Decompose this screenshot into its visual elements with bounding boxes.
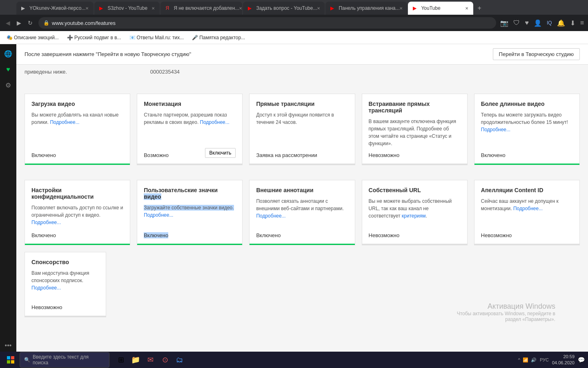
card-monetization-title: Монетизация	[144, 101, 236, 107]
card-content-id-link[interactable]: Подробнее...	[513, 206, 543, 211]
iq-icon[interactable]: IQ	[546, 19, 553, 27]
main-content: После завершения нажмите "Перейти в нову…	[16, 44, 588, 355]
partial-count: 0000235434	[150, 69, 180, 75]
studio-button[interactable]: Перейти в Творческую студию	[493, 48, 580, 60]
card-monetization: Монетизация Станьте партнером, разрешив …	[137, 94, 243, 165]
bookmark-4[interactable]: 🎤 Памятка редактор...	[189, 34, 248, 41]
bookmark-1[interactable]: 🎭 Описание эмоций...	[3, 34, 62, 41]
card-sponsorship-status: Невозможно	[31, 304, 99, 310]
bookmark-3[interactable]: 📧 Ответы Mail.ru: тих...	[126, 34, 187, 41]
tab-2[interactable]: ▶ S3zhov - YouTube ✕	[94, 2, 160, 15]
tab-close-2[interactable]: ✕	[151, 6, 155, 11]
taskbar-language[interactable]: РУС	[540, 357, 549, 362]
svg-rect-3	[11, 360, 14, 364]
shield-icon[interactable]: 🛡	[512, 18, 521, 27]
back-button[interactable]: ◀	[3, 18, 13, 28]
card-privacy-link[interactable]: Подробнее...	[31, 220, 61, 225]
bookmark-label-4: Памятка редактор...	[199, 35, 245, 40]
tab-3[interactable]: Я Я не включается добавлен... ✕	[160, 2, 242, 15]
forward-button[interactable]: ▶	[14, 18, 24, 28]
card-content-id: Апелляции Content ID Сейчас ваш аккаунт …	[474, 180, 580, 245]
card-privacy: Настройки конфиденциальности Позволяет в…	[24, 180, 130, 245]
taskbar-folder[interactable]: 📁	[129, 353, 142, 366]
notification-icon[interactable]: 🔔	[556, 18, 566, 28]
card-long-videos-link[interactable]: Подробнее...	[481, 127, 510, 132]
card-long-videos-status: Включено	[481, 152, 573, 158]
taskbar-network-icon[interactable]: 📶	[523, 357, 528, 363]
tab-favicon-5: ▶	[330, 5, 336, 11]
tab-1[interactable]: ▶ YOkunev-Живой-персо... ✕	[16, 2, 94, 15]
tab-close-1[interactable]: ✕	[85, 6, 89, 11]
taskbar-sys-icons: ^ 📶 🔊	[518, 357, 537, 363]
card-thumbnails-status-highlight: Включено	[144, 232, 168, 238]
card-thumbnails-link[interactable]: Подробнее...	[144, 212, 173, 218]
bookmark-2[interactable]: ➕ Русский подвиг в в...	[64, 34, 125, 41]
new-tab-button[interactable]: +	[474, 2, 484, 15]
cards-row-2: Настройки конфиденциальности Позволяет в…	[16, 172, 588, 245]
tab-close-4[interactable]: ✕	[317, 6, 320, 11]
left-sidebar: 🌐 ♥ ⚙ •••	[0, 44, 16, 355]
tab-label-4: Задать вопрос - YouTube...	[256, 5, 317, 11]
card-embed-live-status: Невозможно	[369, 152, 461, 158]
card-sponsorship: Спонсорство Вам недоступна функция спонс…	[24, 252, 106, 317]
card-custom-url-status: Невозможно	[369, 232, 461, 238]
tab-bar: ▶ YOkunev-Живой-персо... ✕ ▶ S3zhov - Yo…	[0, 0, 588, 15]
tab-favicon-4: ▶	[248, 5, 254, 11]
taskbar-task-view[interactable]: ⊞	[114, 353, 127, 366]
nav-icons: 📷 🛡 ♥ 👤 IQ 🔔 ⬇ ≡	[499, 18, 585, 28]
partial-content: приведены ниже. 0000235434	[16, 65, 588, 79]
taskbar-browser[interactable]: 🗂	[173, 353, 186, 366]
tab-6[interactable]: ▶ YouTube ✕	[408, 2, 473, 15]
card-monetization-status: Возможно	[144, 152, 169, 158]
card-sponsorship-link[interactable]: Подробнее...	[31, 285, 61, 291]
card-thumbnails-status: Включено	[144, 232, 236, 238]
taskbar-opera[interactable]: ⊙	[158, 353, 172, 366]
card-monetization-status-row: Возможно Включить	[144, 147, 236, 158]
profile-icon[interactable]: 👤	[533, 18, 543, 28]
sidebar-heart-icon[interactable]: ♥	[4, 63, 13, 76]
tab-close-6[interactable]: ✕	[465, 6, 468, 11]
camera-icon[interactable]: 📷	[499, 18, 509, 28]
card-privacy-desc: Позволяет включать доступ по ссылке и ог…	[31, 204, 123, 227]
card-thumbnails-title-highlight: видео	[144, 193, 161, 200]
tab-close-3[interactable]: ✕	[239, 6, 242, 11]
card-thumbnails-title: Пользовательские значки видео	[144, 187, 236, 200]
card-monetization-link[interactable]: Подробнее...	[200, 119, 229, 125]
taskbar-time-value: 20:59	[552, 354, 575, 360]
svg-rect-1	[11, 356, 14, 359]
card-upload-desc: Вы можете добавлять на канал новые ролик…	[31, 111, 123, 147]
taskbar-mail[interactable]: ✉	[144, 353, 157, 366]
address-bar[interactable]: 🔒 www.youtube.com/features	[38, 17, 496, 29]
card-annotations-link[interactable]: Подробнее...	[256, 213, 285, 219]
taskbar-notifications-icon[interactable]: 💬	[578, 357, 585, 363]
tab-close-5[interactable]: ✕	[399, 6, 403, 11]
taskbar-search-text: Введите здесь текст для поиска	[33, 354, 105, 366]
monetization-enable-button[interactable]: Включить	[205, 148, 236, 158]
taskbar-arrow-icon[interactable]: ^	[518, 357, 520, 362]
taskbar-search[interactable]: 🔍 Введите здесь текст для поиска	[20, 352, 109, 368]
sidebar-dots-icon[interactable]: •••	[2, 339, 14, 352]
tab-5[interactable]: ▶ Панель управления кана... ✕	[325, 2, 407, 15]
start-button[interactable]	[3, 352, 18, 367]
card-upload-link[interactable]: Подробнее...	[50, 119, 79, 125]
tab-label-3: Я не включается добавлен...	[174, 5, 239, 11]
card-custom-url-link[interactable]: критериям	[402, 213, 426, 219]
card-privacy-title: Настройки конфиденциальности	[31, 187, 123, 200]
menu-icon[interactable]: ≡	[579, 18, 585, 27]
bookmark-label-3: Ответы Mail.ru: тих...	[137, 35, 184, 40]
tab-4[interactable]: ▶ Задать вопрос - YouTube... ✕	[243, 2, 325, 15]
taskbar-volume-icon[interactable]: 🔊	[531, 357, 537, 363]
bookmark-label-1: Описание эмоций...	[14, 35, 59, 40]
heart-icon[interactable]: ♥	[524, 18, 530, 27]
taskbar-clock[interactable]: 20:59 04.06.2020	[552, 354, 575, 366]
address-text: www.youtube.com/features	[52, 20, 116, 26]
card-upload-status: Включено	[31, 152, 123, 158]
tab-favicon-2: ▶	[99, 5, 105, 11]
sidebar-globe-icon[interactable]: 🌐	[2, 47, 15, 60]
sidebar-gear-icon[interactable]: ⚙	[3, 79, 13, 92]
download-icon[interactable]: ⬇	[569, 18, 576, 28]
refresh-button[interactable]: ↻	[25, 18, 35, 28]
card-live: Прямые трансляции Доступ к этой функции …	[249, 94, 355, 165]
card-thumbnails-desc-highlight: Загружайте собственные значки видео.	[144, 205, 234, 211]
card-thumbnails-desc: Загружайте собственные значки видео. Под…	[144, 204, 236, 227]
